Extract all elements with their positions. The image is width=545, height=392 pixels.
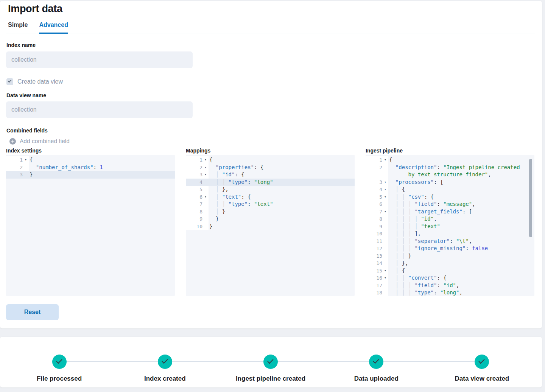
code-editor[interactable]: 1▾{2 "description": "Ingest pipeline cre…: [366, 155, 534, 296]
index-name-label: Index name: [6, 42, 36, 48]
code-line: 4 │ │ "type": "long": [186, 179, 355, 186]
code-line: 9 │ │ │ │ "text": [366, 223, 534, 230]
line-number: 4: [366, 186, 382, 193]
fold-arrow-placeholder: [382, 252, 388, 260]
line-number: 9: [186, 215, 202, 223]
fold-arrow-icon[interactable]: ▾: [382, 193, 388, 201]
fold-arrow-icon[interactable]: ▾: [202, 164, 209, 171]
code-line: 15▾ │ {: [366, 267, 534, 275]
code-editor[interactable]: 1▾{2 "number_of_shards": 13}: [6, 155, 175, 296]
step-ingest-pipeline-created: Ingest pipeline created: [218, 337, 323, 387]
code-line: 1▾{: [186, 156, 355, 164]
line-number: 12: [366, 245, 382, 252]
tab-simple[interactable]: Simple: [8, 22, 28, 34]
fold-arrow-icon[interactable]: ▾: [202, 156, 209, 164]
step-complete-icon: [369, 355, 383, 369]
plus-circle-icon: [9, 138, 16, 145]
line-number: 1: [186, 156, 202, 164]
line-number: 1: [366, 156, 382, 164]
line-number: 15: [366, 267, 382, 275]
tab-advanced[interactable]: Advanced: [39, 22, 68, 34]
fold-arrow-placeholder: [382, 260, 388, 267]
code-line: 10}: [186, 223, 355, 230]
fold-arrow-placeholder: [382, 171, 388, 179]
line-number: 8: [366, 215, 382, 223]
line-number: 2: [366, 164, 382, 171]
editor-column-index-settings: Index settings1▾{2 "number_of_shards": 1…: [6, 155, 175, 296]
line-number: 10: [186, 223, 202, 230]
fold-arrow-icon[interactable]: ▾: [202, 193, 209, 201]
step-complete-icon: [263, 355, 278, 369]
line-number: 7: [366, 208, 382, 216]
create-data-view-row: Create data view: [6, 78, 63, 85]
step-complete-icon: [158, 355, 172, 369]
fold-arrow-placeholder: [202, 179, 209, 186]
line-number: 16: [366, 274, 382, 282]
data-view-name-label: Data view name: [6, 92, 46, 98]
code-line: 2▾ "properties": {: [186, 164, 355, 171]
line-number: 13: [366, 252, 382, 260]
line-number: 10: [366, 230, 382, 238]
editor-column-mappings: Mappings1▾{2▾ "properties": {3▾ │ "id": …: [186, 155, 355, 296]
fold-arrow-icon[interactable]: ▾: [382, 208, 388, 216]
line-number: 6: [366, 201, 382, 208]
create-data-view-checkbox[interactable]: [6, 78, 13, 85]
code-line: 8 │ │ │ │ "id",: [366, 215, 534, 223]
line-number: 17: [366, 282, 382, 289]
code-editor[interactable]: 1▾{2▾ "properties": {3▾ │ "id": {4 │ │ "…: [186, 155, 355, 296]
fold-arrow-icon[interactable]: ▾: [202, 171, 209, 179]
fold-arrow-placeholder: [202, 215, 209, 223]
line-number: 18: [366, 289, 382, 296]
reset-button[interactable]: Reset: [6, 304, 59, 320]
line-number: [366, 171, 382, 179]
line-number: 7: [186, 201, 202, 208]
data-view-name-input[interactable]: [6, 101, 193, 118]
line-number: 3: [6, 171, 23, 179]
code-line: 17 │ │ │ "field": "id",: [366, 282, 534, 289]
scrollbar-thumb[interactable]: [529, 159, 532, 237]
line-number: 6: [186, 193, 202, 201]
progress-panel: File processedIndex createdIngest pipeli…: [0, 337, 542, 387]
create-data-view-label: Create data view: [17, 78, 63, 85]
check-icon: [267, 358, 273, 364]
code-line: 3}: [6, 171, 175, 179]
code-line: 5▾ │ │ "csv": {: [366, 193, 534, 201]
editor-title: Ingest pipeline: [366, 148, 403, 154]
check-icon: [8, 79, 12, 83]
fold-arrow-placeholder: [23, 171, 29, 179]
fold-arrow-icon[interactable]: ▾: [382, 156, 388, 164]
code-line: 6▾ │ "text": {: [186, 193, 355, 201]
editor-title: Index settings: [6, 148, 42, 154]
fold-arrow-icon[interactable]: ▾: [382, 267, 388, 275]
fold-arrow-placeholder: [382, 201, 388, 208]
add-combined-field-label: Add combined field: [20, 138, 70, 145]
line-number: 14: [366, 260, 382, 267]
page-title: Import data: [8, 3, 62, 15]
line-number: 1: [6, 156, 23, 164]
line-number: 2: [6, 164, 23, 171]
fold-arrow-icon[interactable]: ▾: [382, 179, 388, 186]
check-icon: [162, 358, 168, 364]
fold-arrow-placeholder: [382, 245, 388, 252]
step-label: File processed: [37, 375, 82, 383]
code-line: 10 │ │ │ ],: [366, 230, 534, 238]
line-number: 9: [366, 223, 382, 230]
fold-arrow-placeholder: [382, 238, 388, 245]
fold-arrow-icon[interactable]: ▾: [23, 156, 29, 164]
editor-column-ingest-pipeline: Ingest pipeline1▾{2 "description": "Inge…: [366, 155, 534, 296]
add-combined-field-button[interactable]: Add combined field: [9, 138, 70, 145]
fold-arrow-placeholder: [202, 186, 209, 193]
tabs: SimpleAdvanced: [8, 22, 68, 34]
code-line: 2 "number_of_shards": 1: [6, 164, 175, 171]
fold-arrow-icon[interactable]: ▾: [382, 186, 388, 193]
fold-arrow-placeholder: [382, 289, 388, 296]
line-number: 2: [186, 164, 202, 171]
tab-divider: [6, 34, 535, 34]
line-number: 3: [186, 171, 202, 179]
step-complete-icon: [475, 355, 489, 369]
fold-arrow-icon[interactable]: ▾: [382, 274, 388, 282]
code-line: 3▾ │ "id": {: [186, 171, 355, 179]
index-name-input[interactable]: [6, 51, 193, 68]
code-line: 9 }: [186, 215, 355, 223]
check-icon: [479, 358, 485, 364]
